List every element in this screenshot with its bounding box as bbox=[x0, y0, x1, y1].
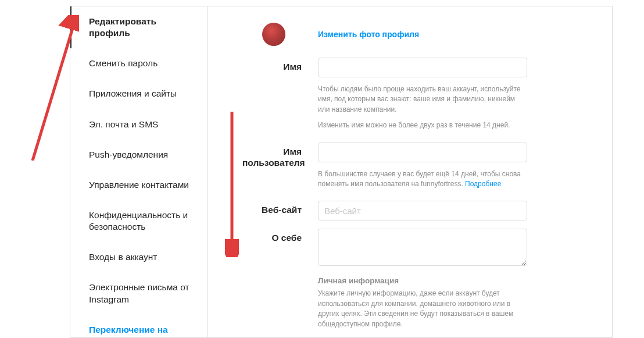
username-hint: В большинстве случаев у вас будет ещё 14… bbox=[318, 169, 527, 190]
sidebar-item-edit-profile[interactable]: Редактировать профиль bbox=[70, 6, 207, 48]
sidebar-item-switch-professional[interactable]: Переключение на профессиональный bbox=[70, 315, 207, 338]
username-input[interactable] bbox=[318, 143, 527, 162]
change-photo-link[interactable]: Изменить фото профиля bbox=[318, 30, 419, 39]
bio-textarea[interactable] bbox=[318, 229, 527, 266]
sidebar-item-privacy-security[interactable]: Конфиденциальность и безопасность bbox=[70, 200, 207, 242]
personal-info-heading: Личная информация bbox=[318, 276, 527, 285]
sidebar-item-emails-from-instagram[interactable]: Электронные письма от Instagram bbox=[70, 272, 207, 314]
username-learn-more-link[interactable]: Подробнее bbox=[465, 180, 501, 188]
website-input[interactable] bbox=[318, 201, 527, 220]
website-label: Веб-сайт bbox=[242, 201, 318, 220]
sidebar-item-push-notifications[interactable]: Push-уведомления bbox=[70, 140, 207, 170]
settings-container: Редактировать профиль Сменить пароль При… bbox=[70, 6, 613, 338]
name-label: Имя bbox=[242, 58, 318, 131]
sidebar-item-change-password[interactable]: Сменить пароль bbox=[70, 48, 207, 79]
sidebar-item-login-activity[interactable]: Входы в аккаунт bbox=[70, 242, 207, 272]
sidebar-item-manage-contacts[interactable]: Управление контактами bbox=[70, 170, 207, 200]
name-hint-2: Изменить имя можно не более двух раз в т… bbox=[318, 120, 527, 130]
avatar[interactable] bbox=[262, 23, 285, 46]
settings-sidebar: Редактировать профиль Сменить пароль При… bbox=[70, 6, 207, 337]
bio-label: О себе bbox=[242, 229, 318, 268]
name-input[interactable] bbox=[318, 58, 527, 77]
name-hint-1: Чтобы людям было проще находить ваш акка… bbox=[318, 84, 527, 115]
svg-line-0 bbox=[33, 19, 76, 161]
username-label: Имя пользователя bbox=[242, 143, 318, 190]
sidebar-item-apps-websites[interactable]: Приложения и сайты bbox=[70, 79, 207, 109]
sidebar-item-email-sms[interactable]: Эл. почта и SMS bbox=[70, 109, 207, 140]
edit-profile-form: Изменить фото профиля Имя Чтобы людям бы… bbox=[207, 6, 612, 337]
personal-info-hint: Укажите личную информацию, даже если акк… bbox=[318, 289, 527, 329]
